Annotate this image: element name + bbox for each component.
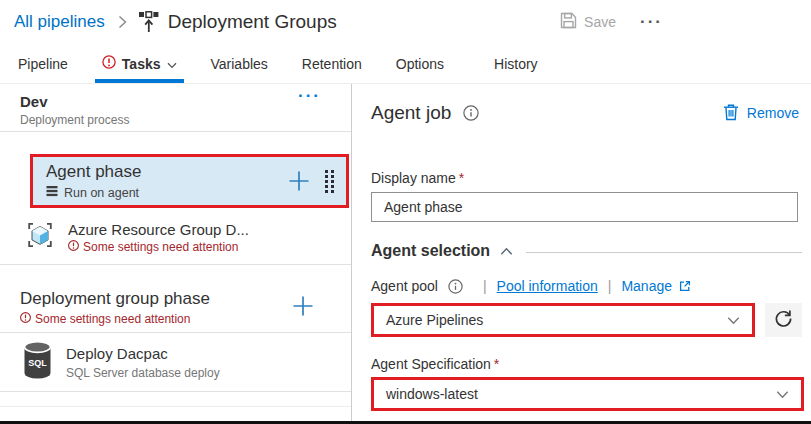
drag-handle[interactable] [325, 170, 334, 193]
agent-phase-text: Agent phase Run on agent [46, 162, 141, 200]
warning-icon [20, 312, 31, 326]
chevron-down-icon [167, 56, 177, 72]
tab-options-label: Options [396, 56, 444, 72]
tab-options[interactable]: Options [392, 44, 448, 83]
separator: | [608, 278, 612, 294]
save-icon [560, 12, 577, 32]
display-name-label: Display name* [371, 170, 807, 186]
refresh-agent-pools-button[interactable] [765, 303, 802, 337]
tab-variables[interactable]: Variables [207, 44, 272, 83]
next-card-edge [0, 406, 351, 416]
page-title: Deployment Groups [168, 11, 337, 33]
agent-selection-title: Agent selection [371, 242, 490, 260]
stage-card-dev[interactable]: Dev Deployment process ··· [0, 84, 351, 132]
svg-text:SQL: SQL [28, 358, 47, 368]
tab-history-label: History [494, 56, 538, 72]
deployment-group-phase-row[interactable]: Deployment group phase Some settings nee… [0, 279, 351, 333]
agent-specification-value: windows-latest [386, 386, 478, 402]
add-task-button[interactable] [291, 294, 315, 322]
breadcrumb-separator-icon [118, 15, 127, 29]
header: All pipelines Deployment Groups [0, 0, 811, 44]
remove-label: Remove [747, 105, 799, 121]
main-content: Dev Deployment process ··· Agent phase [0, 84, 811, 424]
info-icon[interactable] [448, 279, 463, 294]
release-pipeline-icon [138, 11, 159, 33]
warning-icon [68, 240, 79, 254]
pipeline-editor-window: All pipelines Deployment Groups [0, 0, 811, 424]
agent-phase-subtitle: Run on agent [64, 186, 139, 200]
task-warning-text: Some settings need attention [83, 240, 238, 254]
tab-retention[interactable]: Retention [298, 44, 366, 83]
agent-job-settings-panel: Agent job [352, 84, 811, 424]
stage-subtitle: Deployment process [20, 113, 335, 127]
tab-variables-label: Variables [211, 56, 268, 72]
agent-phase-row-selected[interactable]: Agent phase Run on agent [30, 154, 349, 208]
remove-button[interactable]: Remove [723, 103, 799, 124]
agent-pool-dropdown-highlight: Azure Pipelines [371, 303, 755, 337]
task-row-deploy-dacpac[interactable]: SQL Deploy Dacpac SQL Server database de… [0, 333, 351, 392]
manage-link[interactable]: Manage [621, 278, 691, 294]
task-row-azure-resource-group[interactable]: Azure Resource Group D... Some settings … [0, 210, 351, 265]
agent-selection-section-header[interactable]: Agent selection [371, 242, 807, 260]
tab-pipeline[interactable]: Pipeline [14, 44, 72, 83]
tab-tasks[interactable]: Tasks [98, 44, 181, 83]
error-badge-icon [102, 55, 116, 72]
save-button[interactable]: Save [560, 12, 616, 32]
agent-specification-dropdown-highlight: windows-latest [371, 377, 804, 411]
agent-specification-label: Agent Specification* [371, 356, 807, 372]
section-divider [526, 252, 802, 253]
phase-warning-text: Some settings need attention [35, 312, 190, 326]
stage-title: Dev [20, 93, 335, 110]
process-panel: Dev Deployment process ··· Agent phase [0, 84, 352, 424]
trash-icon [723, 103, 739, 124]
refresh-icon [773, 308, 794, 332]
tab-pipeline-label: Pipeline [18, 56, 68, 72]
required-asterisk: * [459, 170, 464, 186]
run-on-agent-icon [46, 185, 58, 200]
tab-history[interactable]: History [490, 44, 542, 83]
agent-pool-dropdown[interactable]: Azure Pipelines [374, 306, 752, 334]
agent-pool-label: Agent pool [371, 278, 438, 294]
task-title: Deploy Dacpac [66, 345, 220, 362]
tab-bar: Pipeline Tasks Variables Retention Optio… [0, 44, 811, 84]
chevron-up-icon [500, 247, 513, 256]
agent-phase-title: Agent phase [46, 162, 141, 182]
azure-resource-group-task-icon [26, 221, 54, 253]
add-task-button[interactable] [287, 169, 311, 193]
agent-job-title: Agent job [371, 102, 451, 124]
separator: | [483, 278, 487, 294]
stage-more-button[interactable]: ··· [298, 86, 321, 106]
header-actions: Save ··· [560, 12, 663, 32]
task-title: Azure Resource Group D... [68, 221, 249, 238]
tab-tasks-label: Tasks [122, 56, 161, 72]
chevron-down-icon [776, 390, 789, 399]
breadcrumb-all-pipelines[interactable]: All pipelines [14, 12, 105, 32]
save-label: Save [584, 14, 616, 30]
more-actions-button[interactable]: ··· [640, 17, 663, 27]
required-asterisk: * [494, 356, 499, 372]
task-subtitle: SQL Server database deploy [66, 366, 220, 380]
agent-pool-value: Azure Pipelines [386, 312, 483, 328]
info-icon[interactable] [463, 105, 479, 121]
sql-database-task-icon: SQL [22, 340, 53, 384]
pool-information-link[interactable]: Pool information [497, 278, 598, 294]
agent-specification-dropdown[interactable]: windows-latest [374, 380, 801, 408]
external-link-icon [679, 280, 691, 292]
display-name-input[interactable] [371, 192, 798, 222]
tab-retention-label: Retention [302, 56, 362, 72]
chevron-down-icon [727, 316, 740, 325]
